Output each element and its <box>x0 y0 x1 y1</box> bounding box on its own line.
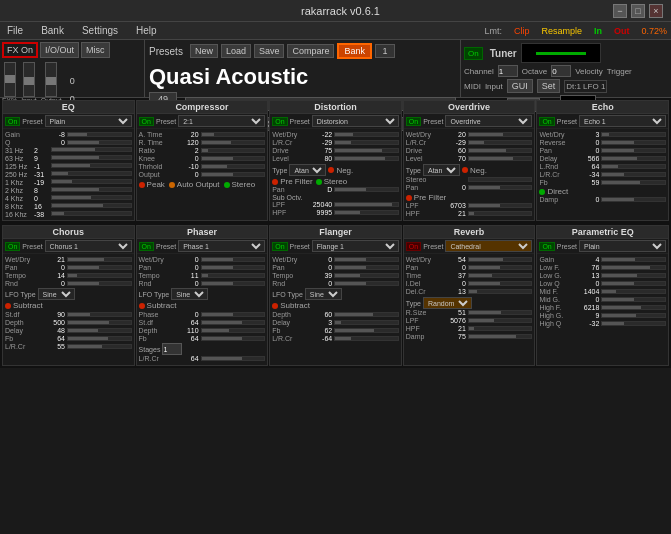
fx-section: FX On I/O/Out Misc FX% Input Out <box>0 40 145 97</box>
distortion-panel: Distortion On Preset Distorsion Wet/Dry-… <box>269 100 402 221</box>
reverb-title: Reverb <box>404 226 535 239</box>
channel-input[interactable] <box>498 65 518 77</box>
freq-31hz-val: 2 <box>34 147 50 154</box>
stereo-check[interactable]: Stereo <box>224 180 256 189</box>
flanger-panel: Flanger On Preset Flange 1 Wet/Dry0 Pan0… <box>269 225 402 366</box>
comp-on-btn[interactable]: On <box>139 117 154 126</box>
echo-panel: Echo On Preset Echo 1 Wet/Dry3 Reverse0 … <box>536 100 669 221</box>
preset-name: Quasi Acoustic <box>149 62 456 92</box>
tuner-display <box>521 43 601 63</box>
gui-button[interactable]: GUI <box>507 79 533 93</box>
compressor-title: Compressor <box>137 101 268 114</box>
compressor-panel: Compressor On Preset 2:1 A. Time20 R. Ti… <box>136 100 269 221</box>
chorus-lfo-select[interactable]: Sine <box>38 288 75 300</box>
od-preset-select[interactable]: Overdrive <box>445 115 532 127</box>
freq-31hz: 31 Hz <box>5 147 33 154</box>
reverb-panel: Reverb On Preset Cathedral Wet/Dry54 Pan… <box>403 225 536 366</box>
comp-preset-select[interactable]: 2:1 <box>178 115 265 127</box>
io-button[interactable]: I/O/Out <box>40 42 79 58</box>
chorus-on-btn[interactable]: On <box>5 242 20 251</box>
input-slider[interactable] <box>23 62 35 97</box>
presets-section: Presets New Load Save Compare Bank 1 Qua… <box>145 40 461 97</box>
od-type-select[interactable]: Atan <box>423 164 460 176</box>
set-button[interactable]: Set <box>537 79 561 93</box>
menu-bar: File Bank Settings Help Lmt: Clip Resamp… <box>0 22 671 40</box>
menu-file[interactable]: File <box>4 24 26 37</box>
chorus-panel: Chorus On Preset Chorus 1 Wet/Dry21 Pan0… <box>2 225 135 366</box>
fx-pct-slider[interactable] <box>4 62 16 97</box>
close-button[interactable]: × <box>649 4 663 18</box>
phaser-panel: Phaser On Preset Phase 1 Wet/Dry0 Pan0 T… <box>136 225 269 366</box>
menu-settings[interactable]: Settings <box>79 24 121 37</box>
effects-row-2: Chorus On Preset Chorus 1 Wet/Dry21 Pan0… <box>0 223 671 368</box>
reverb-type-select[interactable]: Random <box>423 297 472 309</box>
stages-input[interactable] <box>162 343 182 355</box>
reverb-on-btn[interactable]: On <box>406 242 421 251</box>
eq-panel: EQ On Preset Plain Gain -8 Q 0 31 Hz 2 <box>2 100 135 221</box>
tuner-on-indicator[interactable]: On <box>464 47 483 60</box>
compare-button[interactable]: Compare <box>287 44 334 58</box>
eq-preset-lbl: Preset <box>22 118 42 125</box>
midi-label: MIDI <box>464 82 481 91</box>
eq-gain-label: Gain <box>5 131 43 138</box>
input-label2: Input <box>485 82 503 91</box>
output-slider[interactable] <box>45 62 57 97</box>
window-controls[interactable]: − □ × <box>613 4 663 18</box>
peq-on-btn[interactable]: On <box>539 242 554 251</box>
peq-preset-select[interactable]: Plain <box>579 240 666 252</box>
eq-q-val: 0 <box>45 139 65 146</box>
peak-check[interactable]: Peak <box>139 180 165 189</box>
flanger-title: Flanger <box>270 226 401 239</box>
phaser-on-btn[interactable]: On <box>139 242 154 251</box>
chorus-preset-select[interactable]: Chorus 1 <box>45 240 132 252</box>
octave-input[interactable] <box>551 65 571 77</box>
parametric-eq-panel: Parametric EQ On Preset Plain Gain4 Low … <box>536 225 669 366</box>
flanger-on-btn[interactable]: On <box>272 242 287 251</box>
eq-q-bar[interactable] <box>67 140 132 145</box>
eq-on-btn[interactable]: On <box>5 117 20 126</box>
echo-title: Echo <box>537 101 668 114</box>
dist-on-btn[interactable]: On <box>272 117 287 126</box>
echo-on-btn[interactable]: On <box>539 117 554 126</box>
minimize-button[interactable]: − <box>613 4 627 18</box>
auto-output-check[interactable]: Auto Output <box>169 180 220 189</box>
eq-preset-select[interactable]: Plain <box>45 115 132 127</box>
eq-gain-val: -8 <box>45 131 65 138</box>
dist-preset-select[interactable]: Distorsion <box>312 115 399 127</box>
misc-button[interactable]: Misc <box>81 42 110 58</box>
sub-octv-label: Sub Octv. <box>272 194 399 201</box>
eq-gain-bar[interactable] <box>67 132 132 137</box>
flanger-lfo-select[interactable]: Sine <box>305 288 342 300</box>
new-button[interactable]: New <box>190 44 218 58</box>
velocity-label: Velocity <box>575 67 603 76</box>
out-label: Out <box>614 26 630 36</box>
maximize-button[interactable]: □ <box>631 4 645 18</box>
phaser-lfo-select[interactable]: Sine <box>171 288 208 300</box>
bank-button[interactable]: Bank <box>337 43 372 59</box>
save-button[interactable]: Save <box>254 44 285 58</box>
clip-label: Clip <box>514 26 530 36</box>
fx-on-button[interactable]: FX On <box>2 42 38 58</box>
title-bar: rakarrack v0.6.1 − □ × <box>0 0 671 22</box>
menu-help[interactable]: Help <box>133 24 160 37</box>
flanger-preset-select[interactable]: Flange 1 <box>312 240 399 252</box>
echo-preset-select[interactable]: Echo 1 <box>579 115 666 127</box>
od-on-btn[interactable]: On <box>406 117 421 126</box>
window-title: rakarrack v0.6.1 <box>68 5 613 17</box>
load-button[interactable]: Load <box>221 44 251 58</box>
top-area: FX On I/O/Out Misc FX% Input Out <box>0 40 671 98</box>
octave-label: Octave <box>522 67 547 76</box>
channel-label: Channel <box>464 67 494 76</box>
overdrive-title: Overdrive <box>404 101 535 114</box>
presets-label: Presets <box>149 46 183 57</box>
dist-type-select[interactable]: Atan <box>289 164 326 176</box>
value-display: 0.72% <box>641 26 667 36</box>
eq-title: EQ <box>3 101 134 114</box>
eq-q-label: Q <box>5 139 43 146</box>
trigger-label: Trigger <box>607 67 632 76</box>
menu-bank[interactable]: Bank <box>38 24 67 37</box>
reverb-preset-select[interactable]: Cathedral <box>445 240 532 252</box>
phaser-preset-select[interactable]: Phase 1 <box>178 240 265 252</box>
lfo-label: Dt:1 LFO 1 <box>564 80 607 93</box>
lmt-label: Lmt: <box>484 26 502 36</box>
